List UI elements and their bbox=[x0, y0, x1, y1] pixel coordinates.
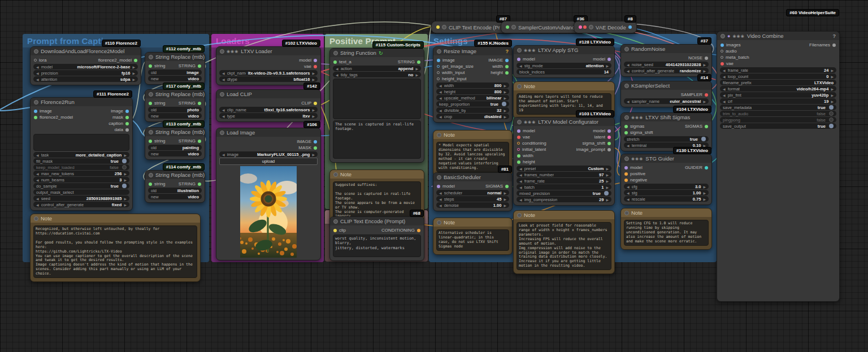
florence2run-keep_model_loaded-widget[interactable]: keep_model_loadedfalse bbox=[33, 164, 129, 170]
decrement-arrow-icon[interactable]: ◀ bbox=[36, 71, 39, 75]
input-port-conditioning[interactable]: conditioning bbox=[517, 141, 546, 146]
port-dot[interactable] bbox=[506, 25, 509, 29]
increment-arrow-icon[interactable]: ▶ bbox=[606, 173, 609, 177]
collapse-dot-icon[interactable] bbox=[333, 51, 338, 55]
input-dot[interactable] bbox=[721, 56, 723, 59]
increment-arrow-icon[interactable]: ▶ bbox=[606, 198, 609, 202]
collapse-dot-icon[interactable] bbox=[149, 173, 153, 177]
output-port-STRING[interactable]: STRING bbox=[179, 181, 201, 186]
node-ltxv-loader[interactable]: ◉◉◉LTXV Loadermodelvae◀ckpt_nameltx-vide… bbox=[216, 46, 321, 85]
collapse-dot-icon[interactable] bbox=[517, 84, 522, 89]
increment-arrow-icon[interactable]: ▶ bbox=[831, 93, 834, 97]
decrement-arrow-icon[interactable]: ◀ bbox=[627, 69, 630, 73]
output-port-CONDITIONING[interactable]: CONDITIONING bbox=[381, 228, 420, 233]
increment-arrow-icon[interactable]: ▶ bbox=[703, 63, 706, 67]
output-dot[interactable] bbox=[705, 57, 708, 60]
input-port-model[interactable]: model bbox=[437, 184, 455, 189]
decrement-arrow-icon[interactable]: ◀ bbox=[439, 197, 442, 201]
node-resize-image[interactable]: Resize Image?imageIMAGEget_image_sizewid… bbox=[433, 46, 513, 123]
string-function-text-area[interactable] bbox=[333, 79, 421, 119]
node-title-bar[interactable]: RandomNoise bbox=[621, 45, 711, 53]
increment-arrow-icon[interactable]: ▶ bbox=[703, 99, 706, 103]
node-ksampler-select[interactable]: KSamplerSelectSAMPLER◀sampler_nameeuler_… bbox=[620, 81, 712, 107]
decrement-arrow-icon[interactable]: ◀ bbox=[222, 108, 225, 112]
toggle-off-icon[interactable] bbox=[829, 118, 834, 122]
ksampler-select-sampler_name-widget[interactable]: ◀sampler_nameeuler_ancestral▶ bbox=[624, 98, 709, 104]
node-note-configurator[interactable]: NoteLook at preset field for reasonable … bbox=[513, 210, 615, 274]
node-florence2run[interactable]: Florence2Runimageimageflorence2_modelmas… bbox=[30, 97, 133, 211]
node-title-bar[interactable]: Load Image bbox=[216, 128, 320, 137]
load-image-image-widget[interactable]: ◀imageMarkuryFLUX_00115_.png▶ bbox=[219, 151, 318, 157]
output-port-sigma_shift[interactable]: sigma_shift bbox=[583, 141, 611, 146]
node-title-bar[interactable]: Note bbox=[514, 211, 614, 219]
video-combine-loop_count-widget[interactable]: ◀loop_count0▶ bbox=[720, 73, 836, 79]
input-dot[interactable] bbox=[517, 154, 520, 158]
output-port-image_prompt[interactable]: image_prompt bbox=[576, 147, 611, 152]
output-dot[interactable] bbox=[607, 58, 611, 61]
collapse-dot-icon[interactable] bbox=[517, 213, 522, 218]
increment-arrow-icon[interactable]: ▶ bbox=[606, 167, 609, 171]
collapse-dot-icon[interactable] bbox=[517, 48, 522, 53]
node-title-bar[interactable]: ◉◉◉LTXV Loader bbox=[216, 47, 320, 55]
input-port-images[interactable]: images bbox=[721, 42, 741, 47]
ltxv-loader-ckpt_name-widget[interactable]: ◀ckpt_nameltx-video-2b-v0.9.1.safetensor… bbox=[219, 70, 318, 76]
input-port-height_input[interactable]: height_input bbox=[437, 76, 467, 81]
decrement-arrow-icon[interactable]: ◀ bbox=[519, 179, 522, 183]
load-image-upload-button[interactable]: upload bbox=[219, 158, 318, 165]
node-vae-decode[interactable]: VAE Decode#8 bbox=[574, 21, 637, 33]
node-title-bar[interactable]: KSamplerSelect bbox=[621, 81, 711, 90]
input-dot[interactable] bbox=[437, 71, 440, 74]
input-dot[interactable] bbox=[624, 179, 628, 182]
decrement-arrow-icon[interactable]: ◀ bbox=[627, 191, 630, 195]
node-title-bar[interactable]: ●◉◉◉Video Combine? bbox=[717, 32, 839, 40]
load-clip-type-widget[interactable]: ◀typeltxv▶ bbox=[219, 113, 318, 119]
decrement-arrow-icon[interactable]: ◀ bbox=[519, 173, 522, 177]
output-port-STRING[interactable]: STRING bbox=[398, 59, 420, 64]
input-dot[interactable] bbox=[437, 185, 440, 188]
output-port-florence2_model[interactable]: florence2_model bbox=[98, 58, 137, 63]
input-dot[interactable] bbox=[437, 65, 440, 68]
input-dot[interactable] bbox=[721, 44, 724, 47]
string-replace-4-new-widget[interactable]: newvideo bbox=[148, 194, 202, 199]
input-dot[interactable] bbox=[333, 229, 337, 232]
video-combine-save_metadata-widget[interactable]: save_metadatatrue bbox=[720, 105, 836, 110]
florence2run-text-area[interactable] bbox=[33, 134, 129, 151]
random-noise-control_after_generate-widget[interactable]: ◀control_after_generaterandomize▶ bbox=[624, 68, 709, 73]
input-port-width_input[interactable]: width_input bbox=[437, 70, 465, 75]
decrement-arrow-icon[interactable]: ◀ bbox=[336, 73, 338, 77]
output-dot[interactable] bbox=[314, 146, 317, 150]
output-dot[interactable] bbox=[607, 142, 611, 145]
output-port-IMAGE[interactable]: IMAGE bbox=[488, 58, 509, 63]
input-dot[interactable] bbox=[149, 182, 152, 186]
toggle-on-icon[interactable] bbox=[122, 184, 127, 188]
resize-image-upscale_method-widget[interactable]: ◀upscale_methodbilinear▶ bbox=[436, 95, 509, 101]
node-ltxv-shift-sigmas[interactable]: ◉◉◉LTXV Shift SigmassigmasSIGMASsigma_sh… bbox=[620, 112, 712, 151]
output-port-model[interactable]: model bbox=[593, 128, 611, 133]
output-dot[interactable] bbox=[125, 128, 129, 132]
florence2run-output_mask_select-widget[interactable]: output_mask_select bbox=[33, 189, 129, 195]
output-port-width[interactable]: width bbox=[492, 64, 509, 69]
input-port-string[interactable]: string bbox=[149, 101, 166, 106]
increment-arrow-icon[interactable]: ▶ bbox=[504, 108, 506, 112]
collapse-dot-icon[interactable] bbox=[149, 55, 153, 59]
increment-arrow-icon[interactable]: ▶ bbox=[415, 67, 418, 71]
node-string-replace-4[interactable]: String Replace (mtb)?stringSTRINGoldillu… bbox=[145, 170, 205, 203]
string-replace-4-old-widget[interactable]: oldillustration bbox=[148, 188, 202, 193]
resize-image-width-widget[interactable]: ◀width800▶ bbox=[436, 82, 509, 88]
increment-arrow-icon[interactable]: ▶ bbox=[124, 153, 127, 157]
string-replace-3-new-widget[interactable]: newvideo bbox=[148, 151, 202, 157]
input-dot[interactable] bbox=[34, 116, 37, 119]
decrement-arrow-icon[interactable]: ◀ bbox=[439, 96, 442, 100]
output-port-Filenames[interactable]: Filenames bbox=[809, 42, 836, 47]
input-port-sigmas[interactable]: sigmas bbox=[624, 124, 644, 129]
decrement-arrow-icon[interactable]: ◀ bbox=[627, 99, 630, 103]
increment-arrow-icon[interactable]: ▶ bbox=[703, 191, 706, 195]
decrement-arrow-icon[interactable]: ◀ bbox=[36, 153, 39, 157]
output-port-STRING[interactable]: STRING bbox=[179, 138, 201, 144]
download-florence2-attention-widget[interactable]: ◀attentionsdpa▶ bbox=[33, 76, 138, 82]
input-dot[interactable] bbox=[149, 102, 152, 105]
output-port-STRING[interactable]: STRING bbox=[179, 63, 201, 68]
input-port-string[interactable]: string bbox=[149, 138, 166, 144]
florence2run-num_beams-widget[interactable]: ◀num_beams3▶ bbox=[33, 177, 129, 182]
node-title-bar[interactable]: Note bbox=[31, 214, 200, 223]
